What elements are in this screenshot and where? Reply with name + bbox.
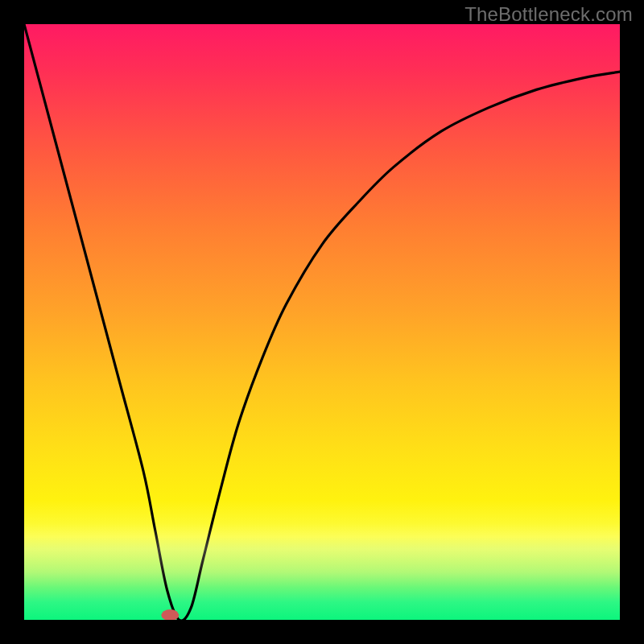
- chart-frame: TheBottleneck.com: [0, 0, 644, 644]
- attribution-label: TheBottleneck.com: [464, 3, 633, 26]
- bottleneck-curve: [24, 24, 620, 620]
- minimum-marker: [161, 609, 179, 620]
- curve-path: [24, 24, 620, 620]
- plot-area: [24, 24, 620, 620]
